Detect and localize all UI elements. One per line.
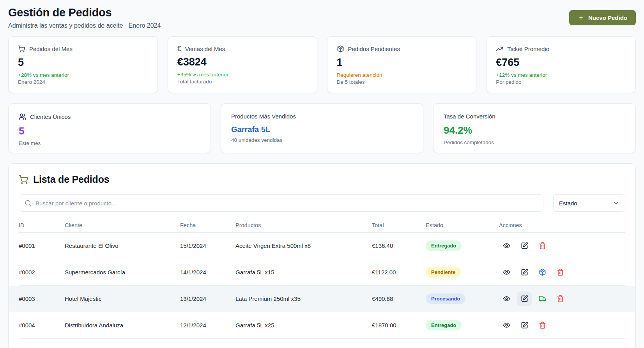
view-order-button[interactable] <box>499 318 514 333</box>
highlight-card-clientes-unicos: Clientes Únicos 5 Este mes <box>8 103 211 153</box>
highlight-caption: Pedidos completados <box>444 140 625 145</box>
mark-processing-button[interactable] <box>535 265 550 280</box>
stat-card-pedidos-pendientes: Pedidos Pendientes 1 Requieren atención … <box>327 36 477 93</box>
orders-panel: Lista de Pedidos Estado ID Cliente Fecha… <box>8 163 636 348</box>
eye-icon <box>503 295 510 302</box>
table-row: #0003 Hotel Majestic 13/1/2024 Lata Prem… <box>9 286 635 312</box>
highlight-card-tasa-conversion: Tasa de Conversión 94.2% Pedidos complet… <box>433 103 636 153</box>
stat-card-pedidos-mes: Pedidos del Mes 5 +28% vs mes anterior E… <box>8 36 158 93</box>
edit-order-button[interactable] <box>517 318 532 333</box>
highlight-value: 5 <box>19 125 200 137</box>
edit-icon <box>521 242 528 249</box>
stat-value: 1 <box>337 57 467 69</box>
new-order-button[interactable]: Nuevo Pedido <box>569 10 636 25</box>
page-header: Gestión de Pedidos Administra las ventas… <box>8 6 636 29</box>
eye-icon <box>503 322 510 329</box>
stat-value: €765 <box>496 57 626 69</box>
package-icon <box>539 269 546 276</box>
euro-icon: € <box>177 45 181 52</box>
delete-order-button[interactable] <box>553 291 568 306</box>
search-input[interactable] <box>35 200 538 207</box>
column-header-id: ID <box>19 222 65 228</box>
view-order-button[interactable] <box>499 238 514 253</box>
delete-order-button[interactable] <box>553 265 568 280</box>
highlight-label: Clientes Únicos <box>30 113 71 120</box>
stat-label: Ticket Promedio <box>507 46 549 52</box>
order-fecha: 14/1/2024 <box>180 269 235 276</box>
trash-icon <box>557 295 564 302</box>
column-header-total: Total <box>372 222 426 228</box>
users-icon <box>19 113 26 120</box>
highlight-label: Tasa de Conversión <box>444 113 495 120</box>
highlight-caption: 40 unidades vendidas <box>231 137 413 143</box>
plus-icon <box>578 14 584 21</box>
stat-card-ventas-mes: € Ventas del Mes €3824 +35% vs mes anter… <box>168 36 317 93</box>
order-total: €1870.00 <box>372 322 426 329</box>
chevron-down-icon <box>613 200 619 207</box>
order-productos: Lata Premium 250ml x35 <box>235 295 372 302</box>
stat-delta: +28% vs mes anterior <box>18 72 148 78</box>
order-id: #0004 <box>19 322 65 329</box>
stat-label: Pedidos del Mes <box>29 46 73 52</box>
highlight-card-productos-mas-vendidos: Productos Más Vendidos Garrafa 5L 40 uni… <box>221 103 423 153</box>
search-box <box>19 194 543 212</box>
view-order-button[interactable] <box>499 291 514 306</box>
edit-icon <box>521 322 528 329</box>
order-total: €1122.00 <box>372 269 426 276</box>
order-id: #0003 <box>19 295 65 302</box>
stat-delta: Requieren atención <box>337 72 467 78</box>
search-icon <box>25 200 32 207</box>
view-order-button[interactable] <box>499 265 514 280</box>
stat-value: €3824 <box>177 56 308 68</box>
edit-icon <box>521 295 528 302</box>
eye-icon <box>503 242 510 249</box>
order-cliente: Distribuidora Andaluza <box>65 322 180 329</box>
edit-order-button[interactable] <box>517 238 532 253</box>
estado-filter-label: Estado <box>559 200 577 207</box>
table-row: #0001 Restaurante El Olivo 15/1/2024 Ace… <box>19 233 625 259</box>
order-fecha: 15/1/2024 <box>180 242 235 249</box>
status-badge: Entregado <box>426 240 462 251</box>
table-row: #0002 Supermercados García 14/1/2024 Gar… <box>19 259 625 286</box>
column-header-cliente: Cliente <box>65 222 180 228</box>
order-productos: Garrafa 5L x25 <box>235 322 372 329</box>
order-cliente: Restaurante El Olivo <box>65 242 180 249</box>
status-badge: Pendiente <box>426 267 461 277</box>
highlight-value: 94.2% <box>444 124 625 136</box>
stat-caption: Enero 2024 <box>18 79 148 85</box>
edit-order-button[interactable] <box>517 291 532 306</box>
order-fecha: 12/1/2024 <box>180 322 235 329</box>
stats-row: Pedidos del Mes 5 +28% vs mes anterior E… <box>8 36 636 93</box>
highlight-label: Productos Más Vendidos <box>231 113 296 120</box>
cart-icon <box>19 175 28 184</box>
column-header-productos: Productos <box>235 222 372 228</box>
stat-caption: Total facturado <box>177 79 308 85</box>
order-productos: Aceite Virgen Extra 500ml x8 <box>235 242 372 249</box>
stat-delta: +12% vs mes anterior <box>496 72 626 78</box>
stat-delta: +35% vs mes anterior <box>177 72 308 78</box>
stat-card-ticket-promedio: Ticket Promedio €765 +12% vs mes anterio… <box>486 36 636 93</box>
new-order-button-label: Nuevo Pedido <box>588 14 627 21</box>
order-total: €136.40 <box>372 242 426 249</box>
estado-filter-select[interactable]: Estado <box>553 194 625 212</box>
trash-icon <box>539 242 546 249</box>
cart-icon <box>18 45 25 53</box>
highlights-row: Clientes Únicos 5 Este mes Productos Más… <box>8 103 636 153</box>
trash-icon <box>539 322 546 329</box>
stat-label: Ventas del Mes <box>185 46 225 52</box>
highlight-value: Garrafa 5L <box>231 125 413 134</box>
stat-label: Pedidos Pendientes <box>348 46 400 52</box>
edit-order-button[interactable] <box>517 265 532 280</box>
truck-icon <box>539 295 546 302</box>
delete-order-button[interactable] <box>535 318 550 333</box>
order-cliente: Hotel Majestic <box>65 295 180 302</box>
order-fecha: 13/1/2024 <box>180 295 235 302</box>
page-subtitle: Administra las ventas y pedidos de aceit… <box>8 22 161 29</box>
edit-icon <box>521 269 528 276</box>
status-badge: Entregado <box>426 320 462 330</box>
mark-delivered-button[interactable] <box>535 291 550 306</box>
package-icon <box>337 45 344 53</box>
table-row: #0004 Distribuidora Andaluza 12/1/2024 G… <box>19 312 625 339</box>
trending-up-icon <box>496 45 503 53</box>
delete-order-button[interactable] <box>535 238 550 253</box>
